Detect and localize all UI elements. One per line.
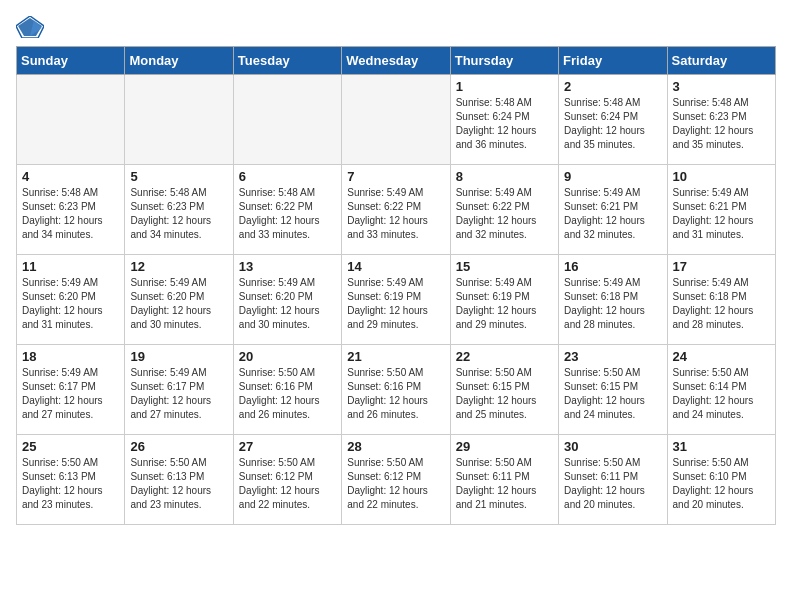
day-info: Sunrise: 5:50 AMSunset: 6:11 PMDaylight:…	[456, 456, 553, 512]
day-number: 7	[347, 169, 444, 184]
calendar-week-row: 4Sunrise: 5:48 AMSunset: 6:23 PMDaylight…	[17, 165, 776, 255]
day-number: 5	[130, 169, 227, 184]
day-info: Sunrise: 5:50 AMSunset: 6:15 PMDaylight:…	[564, 366, 661, 422]
day-info: Sunrise: 5:49 AMSunset: 6:20 PMDaylight:…	[130, 276, 227, 332]
day-info: Sunrise: 5:49 AMSunset: 6:17 PMDaylight:…	[130, 366, 227, 422]
day-number: 17	[673, 259, 770, 274]
calendar-day-cell: 2Sunrise: 5:48 AMSunset: 6:24 PMDaylight…	[559, 75, 667, 165]
calendar-week-row: 11Sunrise: 5:49 AMSunset: 6:20 PMDayligh…	[17, 255, 776, 345]
logo	[16, 16, 48, 38]
day-number: 24	[673, 349, 770, 364]
weekday-header-row: SundayMondayTuesdayWednesdayThursdayFrid…	[17, 47, 776, 75]
day-number: 23	[564, 349, 661, 364]
calendar-day-cell: 11Sunrise: 5:49 AMSunset: 6:20 PMDayligh…	[17, 255, 125, 345]
day-number: 22	[456, 349, 553, 364]
day-number: 19	[130, 349, 227, 364]
calendar-day-cell: 20Sunrise: 5:50 AMSunset: 6:16 PMDayligh…	[233, 345, 341, 435]
calendar-week-row: 18Sunrise: 5:49 AMSunset: 6:17 PMDayligh…	[17, 345, 776, 435]
day-info: Sunrise: 5:48 AMSunset: 6:22 PMDaylight:…	[239, 186, 336, 242]
day-info: Sunrise: 5:48 AMSunset: 6:23 PMDaylight:…	[673, 96, 770, 152]
day-number: 31	[673, 439, 770, 454]
day-info: Sunrise: 5:50 AMSunset: 6:16 PMDaylight:…	[347, 366, 444, 422]
calendar-day-cell: 21Sunrise: 5:50 AMSunset: 6:16 PMDayligh…	[342, 345, 450, 435]
day-info: Sunrise: 5:50 AMSunset: 6:16 PMDaylight:…	[239, 366, 336, 422]
calendar-day-cell	[17, 75, 125, 165]
day-info: Sunrise: 5:49 AMSunset: 6:19 PMDaylight:…	[347, 276, 444, 332]
day-info: Sunrise: 5:49 AMSunset: 6:17 PMDaylight:…	[22, 366, 119, 422]
calendar-week-row: 1Sunrise: 5:48 AMSunset: 6:24 PMDaylight…	[17, 75, 776, 165]
day-number: 26	[130, 439, 227, 454]
day-number: 16	[564, 259, 661, 274]
calendar-day-cell: 7Sunrise: 5:49 AMSunset: 6:22 PMDaylight…	[342, 165, 450, 255]
calendar-day-cell: 29Sunrise: 5:50 AMSunset: 6:11 PMDayligh…	[450, 435, 558, 525]
day-number: 21	[347, 349, 444, 364]
calendar-day-cell: 27Sunrise: 5:50 AMSunset: 6:12 PMDayligh…	[233, 435, 341, 525]
day-number: 20	[239, 349, 336, 364]
day-number: 11	[22, 259, 119, 274]
day-info: Sunrise: 5:50 AMSunset: 6:11 PMDaylight:…	[564, 456, 661, 512]
calendar-day-cell: 31Sunrise: 5:50 AMSunset: 6:10 PMDayligh…	[667, 435, 775, 525]
calendar-day-cell: 26Sunrise: 5:50 AMSunset: 6:13 PMDayligh…	[125, 435, 233, 525]
day-number: 3	[673, 79, 770, 94]
calendar-day-cell: 30Sunrise: 5:50 AMSunset: 6:11 PMDayligh…	[559, 435, 667, 525]
calendar-day-cell: 17Sunrise: 5:49 AMSunset: 6:18 PMDayligh…	[667, 255, 775, 345]
day-number: 12	[130, 259, 227, 274]
day-number: 30	[564, 439, 661, 454]
day-number: 29	[456, 439, 553, 454]
day-info: Sunrise: 5:50 AMSunset: 6:12 PMDaylight:…	[239, 456, 336, 512]
day-info: Sunrise: 5:49 AMSunset: 6:18 PMDaylight:…	[673, 276, 770, 332]
calendar-day-cell: 15Sunrise: 5:49 AMSunset: 6:19 PMDayligh…	[450, 255, 558, 345]
calendar-day-cell: 18Sunrise: 5:49 AMSunset: 6:17 PMDayligh…	[17, 345, 125, 435]
weekday-header-cell: Tuesday	[233, 47, 341, 75]
day-info: Sunrise: 5:50 AMSunset: 6:14 PMDaylight:…	[673, 366, 770, 422]
day-number: 18	[22, 349, 119, 364]
day-info: Sunrise: 5:49 AMSunset: 6:22 PMDaylight:…	[456, 186, 553, 242]
weekday-header-cell: Monday	[125, 47, 233, 75]
day-number: 27	[239, 439, 336, 454]
calendar-day-cell: 9Sunrise: 5:49 AMSunset: 6:21 PMDaylight…	[559, 165, 667, 255]
logo-icon	[16, 16, 44, 38]
day-info: Sunrise: 5:50 AMSunset: 6:12 PMDaylight:…	[347, 456, 444, 512]
day-number: 2	[564, 79, 661, 94]
day-info: Sunrise: 5:48 AMSunset: 6:24 PMDaylight:…	[456, 96, 553, 152]
day-info: Sunrise: 5:49 AMSunset: 6:19 PMDaylight:…	[456, 276, 553, 332]
day-info: Sunrise: 5:50 AMSunset: 6:13 PMDaylight:…	[130, 456, 227, 512]
calendar-day-cell: 12Sunrise: 5:49 AMSunset: 6:20 PMDayligh…	[125, 255, 233, 345]
weekday-header-cell: Friday	[559, 47, 667, 75]
calendar-day-cell: 8Sunrise: 5:49 AMSunset: 6:22 PMDaylight…	[450, 165, 558, 255]
calendar-day-cell: 6Sunrise: 5:48 AMSunset: 6:22 PMDaylight…	[233, 165, 341, 255]
weekday-header-cell: Thursday	[450, 47, 558, 75]
weekday-header-cell: Saturday	[667, 47, 775, 75]
day-info: Sunrise: 5:50 AMSunset: 6:10 PMDaylight:…	[673, 456, 770, 512]
day-info: Sunrise: 5:50 AMSunset: 6:15 PMDaylight:…	[456, 366, 553, 422]
calendar-day-cell: 22Sunrise: 5:50 AMSunset: 6:15 PMDayligh…	[450, 345, 558, 435]
day-info: Sunrise: 5:49 AMSunset: 6:20 PMDaylight:…	[239, 276, 336, 332]
day-number: 4	[22, 169, 119, 184]
day-number: 25	[22, 439, 119, 454]
day-info: Sunrise: 5:49 AMSunset: 6:18 PMDaylight:…	[564, 276, 661, 332]
day-number: 13	[239, 259, 336, 274]
day-info: Sunrise: 5:49 AMSunset: 6:22 PMDaylight:…	[347, 186, 444, 242]
calendar-day-cell: 28Sunrise: 5:50 AMSunset: 6:12 PMDayligh…	[342, 435, 450, 525]
page-header	[16, 16, 776, 38]
calendar-day-cell: 10Sunrise: 5:49 AMSunset: 6:21 PMDayligh…	[667, 165, 775, 255]
calendar-day-cell: 13Sunrise: 5:49 AMSunset: 6:20 PMDayligh…	[233, 255, 341, 345]
calendar-day-cell	[233, 75, 341, 165]
calendar-day-cell: 3Sunrise: 5:48 AMSunset: 6:23 PMDaylight…	[667, 75, 775, 165]
day-info: Sunrise: 5:48 AMSunset: 6:23 PMDaylight:…	[130, 186, 227, 242]
day-info: Sunrise: 5:48 AMSunset: 6:23 PMDaylight:…	[22, 186, 119, 242]
calendar-body: 1Sunrise: 5:48 AMSunset: 6:24 PMDaylight…	[17, 75, 776, 525]
weekday-header-cell: Wednesday	[342, 47, 450, 75]
day-info: Sunrise: 5:50 AMSunset: 6:13 PMDaylight:…	[22, 456, 119, 512]
calendar-day-cell: 14Sunrise: 5:49 AMSunset: 6:19 PMDayligh…	[342, 255, 450, 345]
day-info: Sunrise: 5:48 AMSunset: 6:24 PMDaylight:…	[564, 96, 661, 152]
day-number: 6	[239, 169, 336, 184]
calendar-day-cell	[342, 75, 450, 165]
calendar-day-cell: 16Sunrise: 5:49 AMSunset: 6:18 PMDayligh…	[559, 255, 667, 345]
calendar-day-cell: 1Sunrise: 5:48 AMSunset: 6:24 PMDaylight…	[450, 75, 558, 165]
calendar-day-cell: 24Sunrise: 5:50 AMSunset: 6:14 PMDayligh…	[667, 345, 775, 435]
day-number: 14	[347, 259, 444, 274]
day-number: 9	[564, 169, 661, 184]
calendar-day-cell: 19Sunrise: 5:49 AMSunset: 6:17 PMDayligh…	[125, 345, 233, 435]
calendar-day-cell	[125, 75, 233, 165]
